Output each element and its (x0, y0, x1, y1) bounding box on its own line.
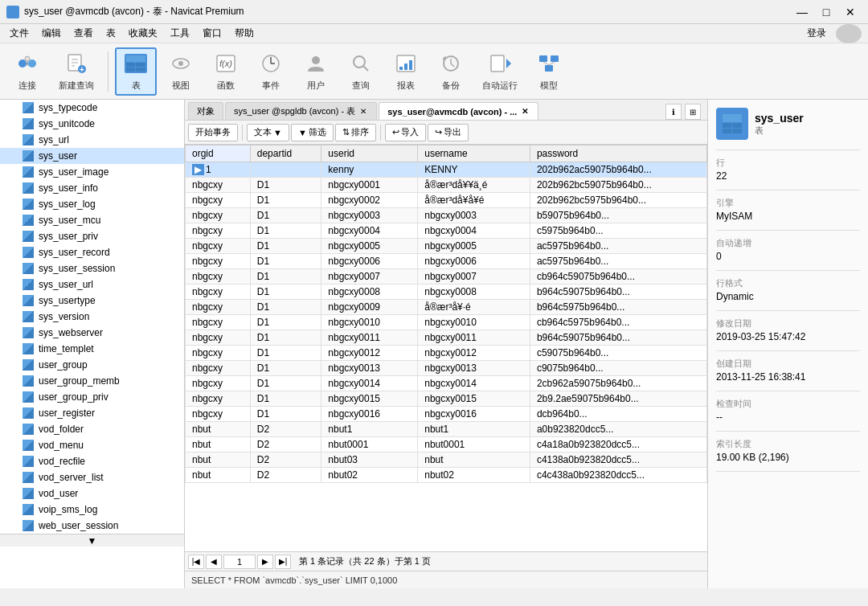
sidebar-item-user_group[interactable]: user_group (0, 357, 184, 373)
cell-password[interactable]: b964c59075b964b0... (530, 285, 706, 300)
info-button[interactable]: ℹ (665, 104, 682, 120)
table-row[interactable]: nbgcxyD1nbgcxy0003nbgcxy0003b59075b964b0… (186, 208, 707, 223)
sidebar-item-sys_url[interactable]: sys_url (0, 132, 184, 148)
cell-departid[interactable]: D1 (250, 269, 321, 285)
cell-username[interactable]: nbgcxy0016 (418, 407, 530, 422)
cell-password[interactable]: 2cb962a59075b964b0... (530, 376, 706, 391)
cell-departid[interactable]: D1 (250, 300, 321, 315)
tab-avmcdb-close[interactable]: ✕ (520, 106, 530, 117)
cell-userid[interactable]: nbgcxy0014 (321, 376, 418, 391)
cell-departid[interactable]: D1 (250, 239, 321, 254)
cell-password[interactable]: c4138a0b923820dcc5... (530, 452, 706, 468)
table-row[interactable]: nbgcxyD1nbgcxy0002å®ær³då¥å¥é202b962bc59… (186, 193, 707, 208)
cell-password[interactable]: 2b9.2ae59075b964b0... (530, 391, 706, 407)
cell-username[interactable]: nbgcxy0003 (418, 208, 530, 223)
cell-password[interactable]: 202b962bc59075b964b0... (530, 178, 706, 193)
col-userid[interactable]: userid (321, 145, 418, 162)
cell-userid[interactable]: nbgcxy0013 (321, 361, 418, 376)
cell-orgid[interactable]: nbgcxy (186, 300, 251, 315)
cell-userid[interactable]: nbgcxy0008 (321, 285, 418, 300)
cell-userid[interactable]: nbgcxy0005 (321, 239, 418, 254)
col-username[interactable]: username (418, 145, 530, 162)
cell-userid[interactable]: nbgcxy0009 (321, 300, 418, 315)
nav-first[interactable]: |◀ (188, 555, 204, 569)
sidebar-item-user_register[interactable]: user_register (0, 405, 184, 421)
cell-password[interactable]: 202b962ac59075b964b0... (530, 162, 706, 178)
table-row[interactable]: nbgcxyD1nbgcxy0012nbgcxy0012c59075b964b0… (186, 346, 707, 361)
sidebar-item-user_group_priv[interactable]: user_group_priv (0, 389, 184, 405)
sidebar-item-user_group_memb[interactable]: user_group_memb (0, 373, 184, 389)
cell-username[interactable]: KENNY (418, 162, 530, 178)
sidebar-item-voip_sms_log[interactable]: voip_sms_log (0, 502, 184, 518)
cell-password[interactable]: cb964c5975b964b0... (530, 315, 706, 330)
cell-password[interactable]: 202b962bc5975b964b0... (530, 193, 706, 208)
menu-help[interactable]: 帮助 (228, 24, 260, 43)
cell-userid[interactable]: nbgcxy0010 (321, 315, 418, 330)
cell-password[interactable]: c4c438a0b923820dcc5... (530, 468, 706, 483)
table-row[interactable]: nbgcxyD1nbgcxy0005nbgcxy0005ac5975b964b0… (186, 239, 707, 254)
cell-orgid[interactable]: nbgcxy (186, 193, 251, 208)
sidebar-item-sys_usertype[interactable]: sys_usertype (0, 293, 184, 309)
cell-password[interactable]: ac5975b964b0... (530, 239, 706, 254)
sidebar-item-vod_user[interactable]: vod_user (0, 485, 184, 502)
cell-password[interactable]: b964c59075b964b0... (530, 330, 706, 346)
table-row[interactable]: nbgcxyD1nbgcxy0015nbgcxy00152b9.2ae59075… (186, 391, 707, 407)
sidebar-item-vod_menu[interactable]: vod_menu (0, 437, 184, 453)
toolbar-query[interactable]: 查询 (340, 47, 382, 96)
tab-objects[interactable]: 对象 (188, 102, 223, 120)
cell-departid[interactable]: D1 (250, 376, 321, 391)
sidebar-item-sys_user_session[interactable]: sys_user_session (0, 260, 184, 276)
menu-file[interactable]: 文件 (3, 24, 35, 43)
text-button[interactable]: 文本 ▼ (247, 124, 289, 141)
cell-username[interactable]: nbgcxy0008 (418, 285, 530, 300)
cell-departid[interactable]: D2 (250, 452, 321, 468)
cell-userid[interactable]: nbgcxy0007 (321, 269, 418, 285)
col-departid[interactable]: departid (250, 145, 321, 162)
menu-favorites[interactable]: 收藏夹 (122, 24, 164, 43)
cell-username[interactable]: nbut1 (418, 422, 530, 437)
cell-username[interactable]: nbgcxy0014 (418, 376, 530, 391)
cell-password[interactable]: c59075b964b0... (530, 346, 706, 361)
table-row[interactable]: nbgcxyD1nbgcxy0001å®ær³då¥¥ä¸é202b962bc5… (186, 178, 707, 193)
tab-spgldb-close[interactable]: ✕ (358, 106, 368, 117)
table-row[interactable]: nbgcxyD1nbgcxy0016nbgcxy0016dcb964b0... (186, 407, 707, 422)
sidebar-item-sys_user_log[interactable]: sys_user_log (0, 196, 184, 212)
sidebar-item-time_templet[interactable]: time_templet (0, 341, 184, 357)
toolbar-event[interactable]: 事件 (250, 47, 292, 96)
import-button[interactable]: ↩ 导入 (385, 124, 426, 141)
cell-departid[interactable]: D2 (250, 422, 321, 437)
sidebar-item-vod_folder[interactable]: vod_folder (0, 421, 184, 437)
menu-window[interactable]: 窗口 (196, 24, 228, 43)
table-row[interactable]: nbgcxyD1nbgcxy0004nbgcxy0004c5975b964b0.… (186, 223, 707, 239)
table-row[interactable]: nbutD2nbut02nbut02c4c438a0b923820dcc5... (186, 468, 707, 483)
table-row[interactable]: nbgcxyD1nbgcxy0013nbgcxy0013c9075b964b0.… (186, 361, 707, 376)
cell-departid[interactable] (250, 162, 321, 178)
cell-userid[interactable]: nbgcxy0004 (321, 223, 418, 239)
sidebar-scroll-down[interactable]: ▼ (0, 534, 184, 547)
sidebar-item-sys_user_priv[interactable]: sys_user_priv (0, 228, 184, 244)
sidebar-item-sys_user_url[interactable]: sys_user_url (0, 276, 184, 293)
cell-departid[interactable]: D1 (250, 254, 321, 269)
cell-departid[interactable]: D2 (250, 468, 321, 483)
cell-username[interactable]: nbgcxy0012 (418, 346, 530, 361)
cell-userid[interactable]: nbut0001 (321, 437, 418, 452)
filter-button[interactable]: ▼ 筛选 (291, 124, 334, 141)
nav-prev[interactable]: ◀ (206, 555, 222, 569)
cell-username[interactable]: nbgcxy0013 (418, 361, 530, 376)
cell-orgid[interactable]: nbgcxy (186, 407, 251, 422)
cell-password[interactable]: a0b923820dcc5... (530, 422, 706, 437)
cell-password[interactable]: b964c5975b964b0... (530, 300, 706, 315)
cell-userid[interactable]: nbgcxy0016 (321, 407, 418, 422)
cell-departid[interactable]: D1 (250, 223, 321, 239)
cell-password[interactable]: cb964c59075b964b0... (530, 269, 706, 285)
cell-orgid[interactable]: nbgcxy (186, 376, 251, 391)
table-row[interactable]: nbgcxyD1nbgcxy0010nbgcxy0010cb964c5975b9… (186, 315, 707, 330)
cell-password[interactable]: c4a18a0b923820dcc5... (530, 437, 706, 452)
close-button[interactable]: ✕ (839, 4, 862, 20)
cell-orgid[interactable]: nbgcxy (186, 346, 251, 361)
cell-orgid[interactable]: nbgcxy (186, 208, 251, 223)
login-button[interactable]: 登录 (800, 24, 833, 43)
toolbar-report[interactable]: 报表 (385, 47, 427, 96)
minimize-button[interactable]: — (791, 4, 813, 20)
nav-last[interactable]: ▶| (275, 555, 291, 569)
